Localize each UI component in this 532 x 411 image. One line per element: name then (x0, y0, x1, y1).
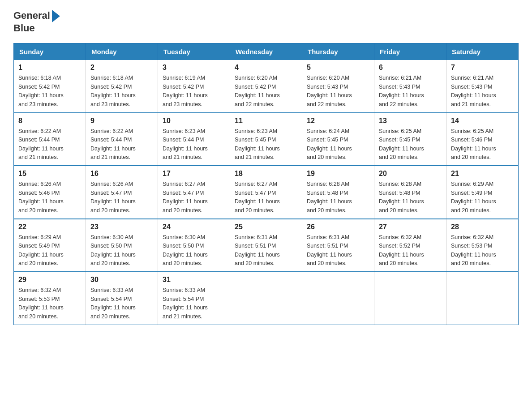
header-saturday: Saturday (446, 43, 519, 60)
calendar-cell: 10 Sunrise: 6:23 AMSunset: 5:44 PMDaylig… (158, 113, 230, 166)
day-info: Sunrise: 6:25 AMSunset: 5:46 PMDaylight:… (451, 128, 496, 160)
day-info: Sunrise: 6:29 AMSunset: 5:49 PMDaylight:… (451, 181, 496, 213)
header-tuesday: Tuesday (158, 43, 230, 60)
calendar-cell: 20 Sunrise: 6:28 AMSunset: 5:48 PMDaylig… (374, 166, 446, 219)
calendar-cell: 1 Sunrise: 6:18 AMSunset: 5:42 PMDayligh… (14, 60, 86, 113)
calendar-cell: 5 Sunrise: 6:20 AMSunset: 5:43 PMDayligh… (302, 60, 374, 113)
day-number: 16 (90, 170, 153, 178)
calendar-cell: 30 Sunrise: 6:33 AMSunset: 5:54 PMDaylig… (86, 272, 158, 325)
day-info: Sunrise: 6:28 AMSunset: 5:48 PMDaylight:… (307, 181, 352, 213)
day-info: Sunrise: 6:32 AMSunset: 5:52 PMDaylight:… (379, 234, 424, 266)
calendar-cell: 2 Sunrise: 6:18 AMSunset: 5:42 PMDayligh… (86, 60, 158, 113)
day-info: Sunrise: 6:33 AMSunset: 5:54 PMDaylight:… (163, 287, 208, 319)
calendar-cell: 3 Sunrise: 6:19 AMSunset: 5:42 PMDayligh… (158, 60, 230, 113)
calendar-cell: 25 Sunrise: 6:31 AMSunset: 5:51 PMDaylig… (230, 219, 302, 272)
calendar-cell (374, 272, 446, 325)
day-info: Sunrise: 6:18 AMSunset: 5:42 PMDaylight:… (18, 75, 64, 107)
calendar-week-row: 22 Sunrise: 6:29 AMSunset: 5:49 PMDaylig… (14, 219, 519, 272)
calendar-week-row: 1 Sunrise: 6:18 AMSunset: 5:42 PMDayligh… (14, 60, 519, 113)
day-number: 24 (163, 223, 225, 231)
day-info: Sunrise: 6:31 AMSunset: 5:51 PMDaylight:… (235, 234, 280, 266)
day-number: 18 (235, 170, 297, 178)
day-info: Sunrise: 6:23 AMSunset: 5:45 PMDaylight:… (235, 128, 280, 160)
calendar-cell: 19 Sunrise: 6:28 AMSunset: 5:48 PMDaylig… (302, 166, 374, 219)
calendar-cell: 13 Sunrise: 6:25 AMSunset: 5:45 PMDaylig… (374, 113, 446, 166)
calendar-week-row: 15 Sunrise: 6:26 AMSunset: 5:46 PMDaylig… (14, 166, 519, 219)
page-header: General Blue (13, 9, 519, 34)
day-info: Sunrise: 6:25 AMSunset: 5:45 PMDaylight:… (379, 128, 424, 160)
day-number: 4 (235, 64, 297, 72)
day-info: Sunrise: 6:24 AMSunset: 5:45 PMDaylight:… (307, 128, 352, 160)
day-info: Sunrise: 6:27 AMSunset: 5:47 PMDaylight:… (235, 181, 280, 213)
day-info: Sunrise: 6:33 AMSunset: 5:54 PMDaylight:… (90, 287, 136, 319)
logo-text-blue: Blue (13, 22, 60, 34)
day-number: 30 (90, 276, 153, 284)
day-number: 6 (379, 64, 442, 72)
day-number: 15 (18, 170, 81, 178)
day-number: 8 (18, 117, 81, 125)
day-number: 5 (307, 64, 369, 72)
calendar-table: SundayMondayTuesdayWednesdayThursdayFrid… (13, 43, 519, 325)
day-info: Sunrise: 6:18 AMSunset: 5:42 PMDaylight:… (90, 75, 136, 107)
day-info: Sunrise: 6:30 AMSunset: 5:50 PMDaylight:… (163, 234, 208, 266)
day-number: 29 (18, 276, 81, 284)
calendar-cell: 18 Sunrise: 6:27 AMSunset: 5:47 PMDaylig… (230, 166, 302, 219)
day-number: 14 (451, 117, 514, 125)
day-info: Sunrise: 6:28 AMSunset: 5:48 PMDaylight:… (379, 181, 424, 213)
header-monday: Monday (86, 43, 158, 60)
calendar-cell (302, 272, 374, 325)
calendar-cell: 15 Sunrise: 6:26 AMSunset: 5:46 PMDaylig… (14, 166, 86, 219)
day-info: Sunrise: 6:22 AMSunset: 5:44 PMDaylight:… (90, 128, 136, 160)
calendar-cell: 4 Sunrise: 6:20 AMSunset: 5:42 PMDayligh… (230, 60, 302, 113)
day-number: 10 (163, 117, 225, 125)
day-number: 20 (379, 170, 442, 178)
day-number: 7 (451, 64, 514, 72)
calendar-cell (446, 272, 519, 325)
day-info: Sunrise: 6:32 AMSunset: 5:53 PMDaylight:… (451, 234, 496, 266)
day-number: 13 (379, 117, 442, 125)
day-number: 28 (451, 223, 514, 231)
day-info: Sunrise: 6:30 AMSunset: 5:50 PMDaylight:… (90, 234, 136, 266)
day-info: Sunrise: 6:21 AMSunset: 5:43 PMDaylight:… (451, 75, 496, 107)
calendar-cell: 23 Sunrise: 6:30 AMSunset: 5:50 PMDaylig… (86, 219, 158, 272)
calendar-cell: 6 Sunrise: 6:21 AMSunset: 5:43 PMDayligh… (374, 60, 446, 113)
header-sunday: Sunday (14, 43, 86, 60)
logo: General Blue (13, 9, 60, 34)
calendar-header-row: SundayMondayTuesdayWednesdayThursdayFrid… (14, 43, 519, 60)
calendar-cell: 17 Sunrise: 6:27 AMSunset: 5:47 PMDaylig… (158, 166, 230, 219)
day-number: 19 (307, 170, 369, 178)
day-info: Sunrise: 6:26 AMSunset: 5:46 PMDaylight:… (18, 181, 64, 213)
calendar-cell (230, 272, 302, 325)
day-info: Sunrise: 6:23 AMSunset: 5:44 PMDaylight:… (163, 128, 208, 160)
day-info: Sunrise: 6:20 AMSunset: 5:42 PMDaylight:… (235, 75, 280, 107)
calendar-week-row: 8 Sunrise: 6:22 AMSunset: 5:44 PMDayligh… (14, 113, 519, 166)
calendar-cell: 27 Sunrise: 6:32 AMSunset: 5:52 PMDaylig… (374, 219, 446, 272)
calendar-cell: 28 Sunrise: 6:32 AMSunset: 5:53 PMDaylig… (446, 219, 519, 272)
calendar-week-row: 29 Sunrise: 6:32 AMSunset: 5:53 PMDaylig… (14, 272, 519, 325)
day-number: 27 (379, 223, 442, 231)
calendar-cell: 24 Sunrise: 6:30 AMSunset: 5:50 PMDaylig… (158, 219, 230, 272)
calendar-cell: 22 Sunrise: 6:29 AMSunset: 5:49 PMDaylig… (14, 219, 86, 272)
header-friday: Friday (374, 43, 446, 60)
day-number: 21 (451, 170, 514, 178)
day-info: Sunrise: 6:29 AMSunset: 5:49 PMDaylight:… (18, 234, 64, 266)
calendar-cell: 11 Sunrise: 6:23 AMSunset: 5:45 PMDaylig… (230, 113, 302, 166)
day-number: 3 (163, 64, 225, 72)
logo-text-general: General (13, 10, 50, 21)
day-info: Sunrise: 6:31 AMSunset: 5:51 PMDaylight:… (307, 234, 352, 266)
calendar-cell: 29 Sunrise: 6:32 AMSunset: 5:53 PMDaylig… (14, 272, 86, 325)
day-number: 12 (307, 117, 369, 125)
day-info: Sunrise: 6:19 AMSunset: 5:42 PMDaylight:… (163, 75, 208, 107)
day-info: Sunrise: 6:32 AMSunset: 5:53 PMDaylight:… (18, 287, 64, 319)
day-number: 23 (90, 223, 153, 231)
logo-arrow-icon (52, 10, 60, 22)
day-info: Sunrise: 6:27 AMSunset: 5:47 PMDaylight:… (163, 181, 208, 213)
day-number: 2 (90, 64, 153, 72)
day-number: 17 (163, 170, 225, 178)
calendar-cell: 12 Sunrise: 6:24 AMSunset: 5:45 PMDaylig… (302, 113, 374, 166)
calendar-cell: 8 Sunrise: 6:22 AMSunset: 5:44 PMDayligh… (14, 113, 86, 166)
calendar-cell: 31 Sunrise: 6:33 AMSunset: 5:54 PMDaylig… (158, 272, 230, 325)
header-thursday: Thursday (302, 43, 374, 60)
day-number: 22 (18, 223, 81, 231)
day-info: Sunrise: 6:20 AMSunset: 5:43 PMDaylight:… (307, 75, 352, 107)
